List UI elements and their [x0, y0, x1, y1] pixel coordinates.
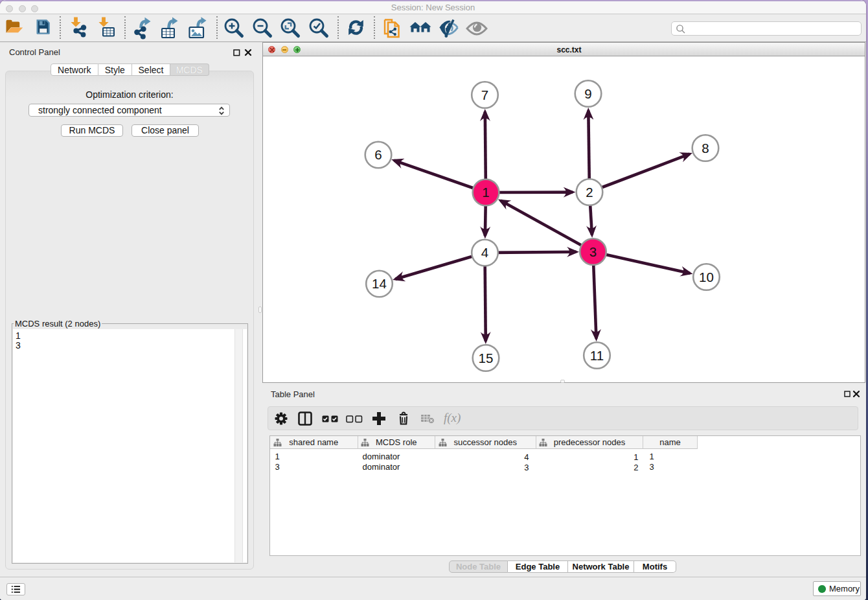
svg-text:7: 7 — [481, 87, 488, 102]
svg-text:8: 8 — [702, 141, 709, 156]
svg-text:1: 1 — [482, 185, 489, 200]
svg-text:11: 11 — [590, 348, 604, 363]
svg-text:6: 6 — [374, 147, 382, 162]
svg-text:15: 15 — [479, 351, 494, 365]
svg-text:3: 3 — [589, 244, 597, 259]
svg-text:14: 14 — [372, 276, 387, 291]
svg-text:4: 4 — [481, 245, 488, 260]
svg-text:9: 9 — [584, 86, 591, 101]
svg-text:10: 10 — [699, 270, 714, 284]
svg-text:2: 2 — [586, 185, 593, 200]
